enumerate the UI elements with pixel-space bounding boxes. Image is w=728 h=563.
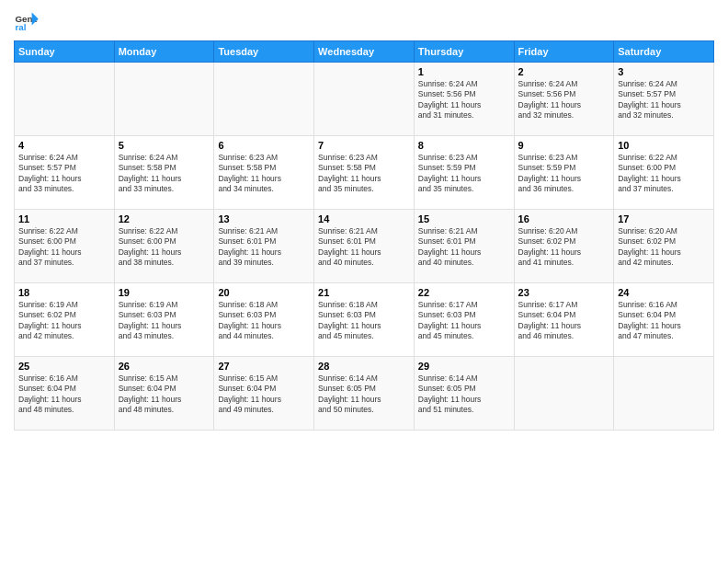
day-info: Sunrise: 6:23 AM Sunset: 5:58 PM Dayligh… — [318, 153, 410, 195]
header: Gene ral General Blue — [14, 9, 714, 35]
calendar-cell: 22Sunrise: 6:17 AM Sunset: 6:03 PM Dayli… — [414, 283, 514, 357]
day-info: Sunrise: 6:24 AM Sunset: 5:56 PM Dayligh… — [518, 79, 610, 121]
day-number: 2 — [518, 66, 610, 77]
calendar-cell: 29Sunrise: 6:14 AM Sunset: 6:05 PM Dayli… — [414, 357, 514, 431]
day-number: 19 — [119, 287, 210, 298]
day-info: Sunrise: 6:24 AM Sunset: 5:56 PM Dayligh… — [418, 79, 510, 121]
calendar-cell — [514, 357, 614, 431]
calendar-cell: 2Sunrise: 6:24 AM Sunset: 5:56 PM Daylig… — [514, 63, 614, 136]
calendar-cell — [214, 63, 314, 136]
calendar-cell: 20Sunrise: 6:18 AM Sunset: 6:03 PM Dayli… — [214, 283, 314, 357]
logo-icon: Gene ral General Blue — [14, 9, 40, 35]
calendar-cell — [614, 357, 714, 431]
calendar-cell: 8Sunrise: 6:23 AM Sunset: 5:59 PM Daylig… — [414, 136, 514, 210]
calendar-cell — [114, 63, 214, 136]
day-number: 24 — [618, 287, 710, 298]
day-number: 4 — [18, 140, 110, 151]
calendar-cell: 26Sunrise: 6:15 AM Sunset: 6:04 PM Dayli… — [114, 357, 214, 431]
day-info: Sunrise: 6:19 AM Sunset: 6:03 PM Dayligh… — [119, 300, 210, 342]
day-number: 1 — [418, 66, 510, 77]
day-info: Sunrise: 6:18 AM Sunset: 6:03 PM Dayligh… — [318, 300, 410, 342]
calendar-cell: 10Sunrise: 6:22 AM Sunset: 6:00 PM Dayli… — [614, 136, 714, 210]
day-number: 12 — [119, 213, 210, 224]
day-number: 21 — [318, 287, 410, 298]
day-info: Sunrise: 6:14 AM Sunset: 6:05 PM Dayligh… — [418, 373, 510, 416]
calendar-cell: 21Sunrise: 6:18 AM Sunset: 6:03 PM Dayli… — [314, 283, 415, 357]
day-info: Sunrise: 6:22 AM Sunset: 6:00 PM Dayligh… — [618, 153, 710, 195]
week-row-3: 18Sunrise: 6:19 AM Sunset: 6:02 PM Dayli… — [15, 283, 714, 357]
calendar-cell: 17Sunrise: 6:20 AM Sunset: 6:02 PM Dayli… — [614, 210, 714, 283]
calendar-page: Gene ral General Blue SundayMondayTuesda… — [0, 0, 728, 563]
day-info: Sunrise: 6:21 AM Sunset: 6:01 PM Dayligh… — [318, 226, 410, 269]
day-info: Sunrise: 6:17 AM Sunset: 6:04 PM Dayligh… — [518, 300, 610, 342]
calendar-cell: 24Sunrise: 6:16 AM Sunset: 6:04 PM Dayli… — [614, 283, 714, 357]
calendar-cell — [15, 63, 115, 136]
day-header-thursday: Thursday — [414, 41, 514, 63]
day-info: Sunrise: 6:14 AM Sunset: 6:05 PM Dayligh… — [318, 373, 410, 416]
day-info: Sunrise: 6:24 AM Sunset: 5:57 PM Dayligh… — [618, 79, 710, 121]
calendar-cell: 3Sunrise: 6:24 AM Sunset: 5:57 PM Daylig… — [614, 63, 714, 136]
day-number: 17 — [618, 213, 710, 224]
logo: Gene ral General Blue — [14, 9, 43, 35]
day-number: 5 — [119, 140, 210, 151]
calendar-table: SundayMondayTuesdayWednesdayThursdayFrid… — [14, 40, 714, 431]
calendar-cell: 13Sunrise: 6:21 AM Sunset: 6:01 PM Dayli… — [214, 210, 314, 283]
calendar-cell: 4Sunrise: 6:24 AM Sunset: 5:57 PM Daylig… — [15, 136, 115, 210]
day-info: Sunrise: 6:21 AM Sunset: 6:01 PM Dayligh… — [218, 226, 310, 269]
svg-text:ral: ral — [15, 22, 26, 32]
day-header-tuesday: Tuesday — [214, 41, 314, 63]
day-number: 28 — [318, 361, 410, 372]
day-number: 11 — [18, 213, 110, 224]
day-number: 15 — [418, 213, 510, 224]
day-info: Sunrise: 6:19 AM Sunset: 6:02 PM Dayligh… — [18, 300, 110, 342]
day-number: 16 — [518, 213, 610, 224]
calendar-cell: 15Sunrise: 6:21 AM Sunset: 6:01 PM Dayli… — [414, 210, 514, 283]
day-header-sunday: Sunday — [15, 41, 115, 63]
calendar-cell: 23Sunrise: 6:17 AM Sunset: 6:04 PM Dayli… — [514, 283, 614, 357]
calendar-cell: 11Sunrise: 6:22 AM Sunset: 6:00 PM Dayli… — [15, 210, 115, 283]
calendar-cell: 12Sunrise: 6:22 AM Sunset: 6:00 PM Dayli… — [114, 210, 214, 283]
calendar-cell: 9Sunrise: 6:23 AM Sunset: 5:59 PM Daylig… — [514, 136, 614, 210]
day-info: Sunrise: 6:22 AM Sunset: 6:00 PM Dayligh… — [119, 226, 210, 269]
day-number: 8 — [418, 140, 510, 151]
calendar-cell: 14Sunrise: 6:21 AM Sunset: 6:01 PM Dayli… — [314, 210, 415, 283]
day-number: 7 — [318, 140, 410, 151]
calendar-cell: 18Sunrise: 6:19 AM Sunset: 6:02 PM Dayli… — [15, 283, 115, 357]
calendar-cell: 1Sunrise: 6:24 AM Sunset: 5:56 PM Daylig… — [414, 63, 514, 136]
day-number: 22 — [418, 287, 510, 298]
day-info: Sunrise: 6:23 AM Sunset: 5:58 PM Dayligh… — [218, 153, 310, 195]
day-header-monday: Monday — [114, 41, 214, 63]
day-info: Sunrise: 6:16 AM Sunset: 6:04 PM Dayligh… — [18, 373, 110, 416]
day-info: Sunrise: 6:21 AM Sunset: 6:01 PM Dayligh… — [418, 226, 510, 269]
header-row: SundayMondayTuesdayWednesdayThursdayFrid… — [15, 41, 714, 63]
day-number: 14 — [318, 213, 410, 224]
day-number: 10 — [618, 140, 710, 151]
day-header-friday: Friday — [514, 41, 614, 63]
calendar-cell: 5Sunrise: 6:24 AM Sunset: 5:58 PM Daylig… — [114, 136, 214, 210]
week-row-4: 25Sunrise: 6:16 AM Sunset: 6:04 PM Dayli… — [15, 357, 714, 431]
calendar-cell: 28Sunrise: 6:14 AM Sunset: 6:05 PM Dayli… — [314, 357, 415, 431]
day-number: 26 — [119, 361, 210, 372]
day-number: 3 — [618, 66, 710, 77]
day-number: 23 — [518, 287, 610, 298]
calendar-cell: 19Sunrise: 6:19 AM Sunset: 6:03 PM Dayli… — [114, 283, 214, 357]
day-info: Sunrise: 6:23 AM Sunset: 5:59 PM Dayligh… — [518, 153, 610, 195]
day-info: Sunrise: 6:18 AM Sunset: 6:03 PM Dayligh… — [218, 300, 310, 342]
day-header-wednesday: Wednesday — [314, 41, 415, 63]
day-info: Sunrise: 6:23 AM Sunset: 5:59 PM Dayligh… — [418, 153, 510, 195]
week-row-2: 11Sunrise: 6:22 AM Sunset: 6:00 PM Dayli… — [15, 210, 714, 283]
day-info: Sunrise: 6:20 AM Sunset: 6:02 PM Dayligh… — [518, 226, 610, 269]
calendar-cell — [314, 63, 415, 136]
day-number: 6 — [218, 140, 310, 151]
week-row-0: 1Sunrise: 6:24 AM Sunset: 5:56 PM Daylig… — [15, 63, 714, 136]
day-header-saturday: Saturday — [614, 41, 714, 63]
day-info: Sunrise: 6:24 AM Sunset: 5:57 PM Dayligh… — [18, 153, 110, 195]
day-info: Sunrise: 6:24 AM Sunset: 5:58 PM Dayligh… — [119, 153, 210, 195]
calendar-cell: 16Sunrise: 6:20 AM Sunset: 6:02 PM Dayli… — [514, 210, 614, 283]
day-info: Sunrise: 6:20 AM Sunset: 6:02 PM Dayligh… — [618, 226, 710, 269]
calendar-cell: 7Sunrise: 6:23 AM Sunset: 5:58 PM Daylig… — [314, 136, 415, 210]
day-number: 18 — [18, 287, 110, 298]
day-info: Sunrise: 6:17 AM Sunset: 6:03 PM Dayligh… — [418, 300, 510, 342]
calendar-cell: 27Sunrise: 6:15 AM Sunset: 6:04 PM Dayli… — [214, 357, 314, 431]
calendar-cell: 6Sunrise: 6:23 AM Sunset: 5:58 PM Daylig… — [214, 136, 314, 210]
